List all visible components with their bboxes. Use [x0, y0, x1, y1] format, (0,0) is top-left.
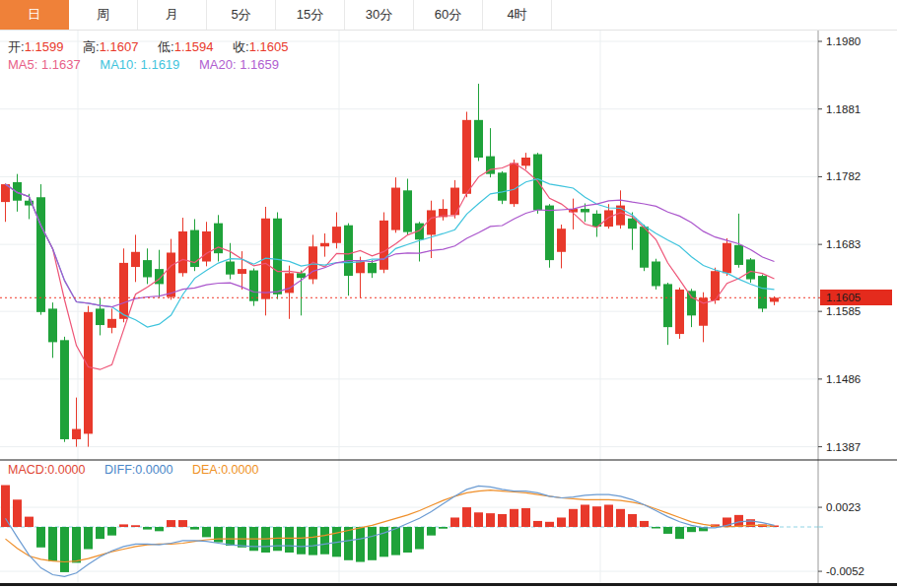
tab-interval-5min[interactable]: 5分	[207, 0, 276, 30]
interval-tabbar: 日 周 月 5分 15分 30分 60分 4时	[0, 0, 897, 31]
open-readout: 开:1.1599	[8, 39, 63, 54]
close-readout: 收:1.1605	[233, 39, 288, 54]
tab-interval-4hour[interactable]: 4时	[483, 0, 552, 30]
price-axis-label: 1.1881	[826, 103, 861, 115]
last-price-tag: 1.1605	[820, 290, 892, 305]
ma20-readout: MA20: 1.1659	[199, 57, 279, 72]
tab-interval-15min[interactable]: 15分	[276, 0, 345, 30]
tab-interval-month[interactable]: 月	[138, 0, 207, 30]
candlestick-chart-canvas	[0, 0, 897, 588]
trading-chart-app: 日 周 月 5分 15分 30分 60分 4时 开:1.1599 高:1.160…	[0, 0, 897, 588]
ma5-readout: MA5: 1.1637	[8, 57, 81, 72]
ma10-readout: MA10: 1.1619	[100, 57, 179, 72]
high-readout: 高:1.1607	[83, 39, 138, 54]
tab-interval-30min[interactable]: 30分	[345, 0, 414, 30]
low-readout: 低:1.1594	[158, 39, 213, 54]
tab-interval-60min[interactable]: 60分	[414, 0, 483, 30]
price-axis-label: 1.1980	[826, 35, 861, 47]
diff-value-readout: DIFF:0.0000	[104, 463, 172, 477]
macd-axis-label: 0.0023	[826, 501, 861, 513]
macd-readout: MACD:0.0000 DIFF:0.0000 DEA:0.0000	[8, 463, 274, 477]
tab-interval-week[interactable]: 周	[69, 0, 138, 30]
dea-value-readout: DEA:0.0000	[192, 463, 258, 477]
price-axis-label: 1.1782	[826, 170, 861, 182]
ohlc-readout: 开:1.1599 高:1.1607 低:1.1594 收:1.1605	[8, 38, 304, 56]
price-axis-label: 1.1683	[826, 238, 861, 250]
macd-axis-label: -0.0052	[826, 565, 864, 577]
ma-readout: MA5: 1.1637 MA10: 1.1619 MA20: 1.1659	[8, 57, 295, 72]
price-axis-label: 1.1585	[826, 305, 861, 317]
price-axis-label: 1.1486	[826, 373, 861, 385]
macd-value-readout: MACD:0.0000	[8, 463, 86, 477]
price-axis-label: 1.1387	[826, 441, 861, 453]
tab-interval-day[interactable]: 日	[0, 0, 69, 30]
